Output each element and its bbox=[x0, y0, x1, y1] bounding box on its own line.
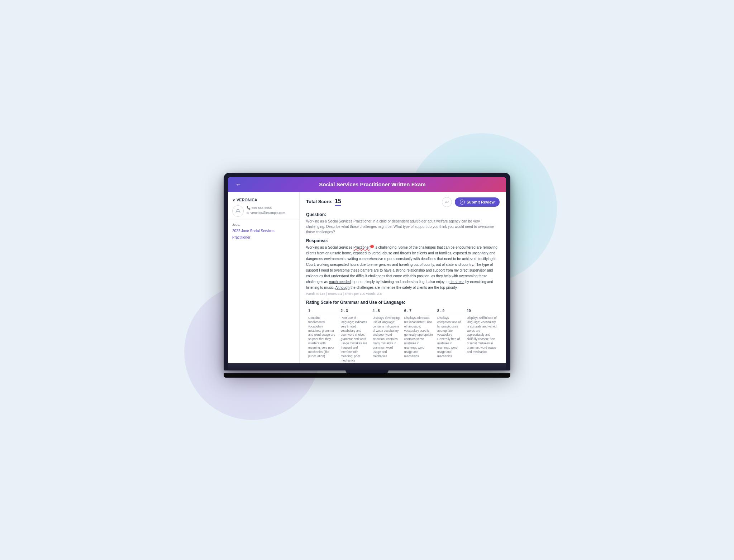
avatar bbox=[232, 205, 244, 217]
table-row: Contains fundamental vocabulary mistakes… bbox=[306, 314, 500, 363]
sidebar-username: ∨ VERONICA bbox=[232, 198, 295, 202]
rating-cell-6-7: Displays adequate, but inconsistent, use… bbox=[402, 314, 435, 363]
score-actions: ↩ ✓ Submit Review bbox=[442, 197, 500, 207]
main-content: Total Score: 15 ↩ ✓ Submit Review bbox=[300, 192, 506, 363]
score-row: Total Score: 15 ↩ ✓ Submit Review bbox=[306, 197, 500, 207]
rating-cell-10: Displays skillful use of language; vocab… bbox=[464, 314, 500, 363]
phone-icon: 📞 bbox=[247, 205, 251, 210]
underline-much-needed: much needed bbox=[329, 280, 351, 284]
spell-error-badge: ! bbox=[370, 245, 374, 248]
col-header-10: 10 bbox=[464, 308, 500, 314]
app-header: ← Social Services Practitioner Written E… bbox=[228, 177, 506, 192]
laptop-screen-outer: ← Social Services Practitioner Written E… bbox=[224, 173, 510, 370]
sidebar-jobs-section: Jobs: 2022 June Social Services Practiti… bbox=[228, 220, 299, 243]
word-stats: Words #: 145 | Errors #:4 | Errors per 1… bbox=[306, 292, 500, 296]
sidebar-contact-info: 📞 555-555-5555 ✉ veronica@example.com bbox=[247, 205, 285, 216]
col-header-4-5: 4 - 5 bbox=[370, 308, 402, 314]
laptop-foot bbox=[224, 373, 510, 378]
page-title: Social Services Practitioner Written Exa… bbox=[246, 181, 499, 187]
laptop-base bbox=[228, 363, 506, 370]
rating-cell-1: Contains fundamental vocabulary mistakes… bbox=[306, 314, 339, 363]
col-header-6-7: 6 - 7 bbox=[402, 308, 435, 314]
underline-de-stress: de-stress bbox=[449, 280, 464, 284]
spell-error-practioner: Practioner! bbox=[353, 245, 374, 249]
back-button[interactable]: ← bbox=[235, 181, 242, 188]
laptop-screen: ← Social Services Practitioner Written E… bbox=[228, 177, 506, 363]
score-label: Total Score: bbox=[306, 199, 333, 204]
question-label: Question: bbox=[306, 212, 500, 217]
laptop-container: ← Social Services Practitioner Written E… bbox=[224, 173, 510, 395]
col-header-1: 1 bbox=[306, 308, 339, 314]
rating-cell-4-5: Displays developing use of language; con… bbox=[370, 314, 402, 363]
col-header-2-3: 2 - 3 bbox=[339, 308, 371, 314]
phone-number: 555-555-5555 bbox=[252, 205, 272, 210]
question-text: Working as a Social Services Practitione… bbox=[306, 219, 500, 235]
submit-icon: ✓ bbox=[460, 200, 465, 205]
email-address: veronica@example.com bbox=[251, 210, 285, 215]
response-label: Response: bbox=[306, 238, 500, 243]
col-header-8-9: 8 - 9 bbox=[435, 308, 464, 314]
rating-grammar-title: Rating Scale for Grammar and Use of Lang… bbox=[306, 300, 500, 305]
submit-label: Submit Review bbox=[467, 200, 495, 204]
chevron-icon: ∨ bbox=[232, 198, 235, 202]
response-text: Working as a Social Services Practioner!… bbox=[306, 245, 500, 291]
rating-cell-2-3: Poor use of language; indicates very lim… bbox=[339, 314, 371, 363]
jobs-label: Jobs: bbox=[232, 223, 295, 226]
sidebar-user-section: ∨ VERONICA bbox=[228, 196, 299, 220]
score-value: 15 bbox=[335, 198, 341, 206]
sidebar: ∨ VERONICA bbox=[228, 192, 300, 363]
score-left: Total Score: 15 bbox=[306, 198, 341, 206]
job-link[interactable]: 2022 June Social Services Practitioner bbox=[232, 229, 275, 239]
undo-button[interactable]: ↩ bbox=[442, 197, 452, 207]
app-body: ∨ VERONICA bbox=[228, 192, 506, 363]
sidebar-user-info: 📞 555-555-5555 ✉ veronica@example.com bbox=[232, 205, 295, 217]
rating-table-grammar: 1 2 - 3 4 - 5 6 - 7 8 - 9 10 bbox=[306, 308, 500, 363]
submit-review-button[interactable]: ✓ Submit Review bbox=[455, 197, 500, 207]
username-label: VERONICA bbox=[237, 198, 257, 202]
email-icon: ✉ bbox=[247, 210, 249, 215]
rating-cell-8-9: Displays competent use of language; uses… bbox=[435, 314, 464, 363]
underline-although: Although bbox=[335, 286, 349, 289]
app: ← Social Services Practitioner Written E… bbox=[228, 177, 506, 363]
